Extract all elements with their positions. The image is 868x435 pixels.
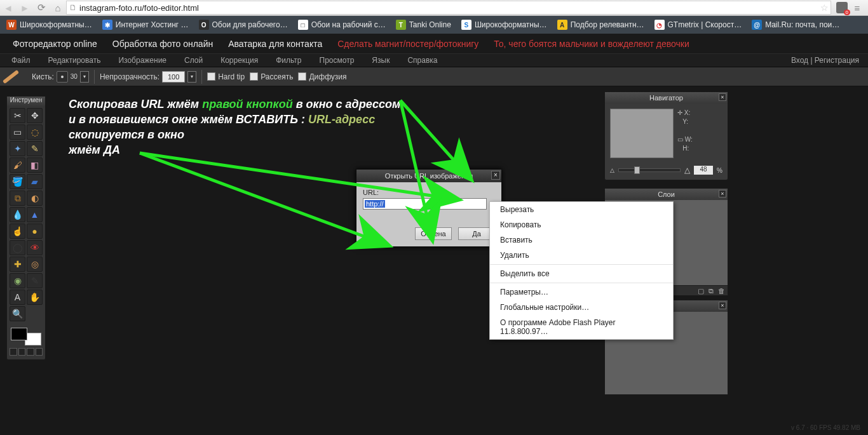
new-layer-icon[interactable]: ▢ xyxy=(697,287,705,295)
cancel-button[interactable]: Отмена xyxy=(415,227,452,240)
context-item[interactable]: Параметры… xyxy=(490,284,673,300)
redeye-icon[interactable]: 👁 xyxy=(27,240,43,255)
gradient-icon[interactable]: ▰ xyxy=(27,174,43,189)
context-item[interactable]: О программе Adobe Flash Player 11.8.800.… xyxy=(490,315,673,339)
navigator-thumb[interactable] xyxy=(610,109,674,158)
forward-icon[interactable]: ► xyxy=(19,2,31,13)
sharpen-icon[interactable]: ▲ xyxy=(27,207,43,222)
site-nav-item[interactable]: Фоторедактор online xyxy=(5,39,105,49)
hand-icon[interactable]: ✋ xyxy=(27,290,43,305)
browser-toolbar: ◄ ► ⟳ ⌂ 🗋 instagram-foto.ru/foto-editor.… xyxy=(0,0,868,16)
bucket-icon[interactable]: 🪣 xyxy=(10,174,25,189)
bloat-icon[interactable]: ◎ xyxy=(27,257,43,272)
reload-icon[interactable]: ⟳ xyxy=(36,2,47,13)
extension-icon[interactable]: 0 xyxy=(836,2,848,13)
pencil-icon[interactable]: ✎ xyxy=(27,141,43,156)
context-item[interactable]: Глобальные настройки… xyxy=(490,300,673,315)
pinch-icon[interactable]: ◉ xyxy=(10,273,25,288)
close-icon[interactable]: × xyxy=(491,171,500,180)
context-item[interactable]: Копировать xyxy=(490,217,673,232)
crop-icon[interactable]: ✂ xyxy=(10,108,25,123)
mini-4[interactable] xyxy=(36,348,43,356)
menu-item[interactable]: Изображение xyxy=(109,56,175,65)
wand-icon[interactable]: ✦ xyxy=(10,141,25,156)
menu-item[interactable]: Справка xyxy=(398,56,446,65)
work-area: Инструмен ✂✥▭◌✦✎🖌◧🪣▰⧉◐💧▲☝●◯👁✚◎◉✎A✋🔍 Нави… xyxy=(0,86,868,435)
move-icon[interactable]: ✥ xyxy=(27,108,43,123)
menu-item[interactable]: Просмотр xyxy=(311,56,363,65)
mini-1[interactable] xyxy=(10,348,17,356)
bookmark-star-icon[interactable]: ☆ xyxy=(818,3,831,13)
home-icon[interactable]: ⌂ xyxy=(52,2,64,13)
bookmark-item[interactable]: SШирокоформатны… xyxy=(458,18,551,31)
close-icon[interactable]: × xyxy=(719,190,726,197)
site-nav-item[interactable]: То, чего боятся мальчики и вожделеют дев… xyxy=(486,39,696,49)
bookmark-item[interactable]: □Обои на рабочий с… xyxy=(294,18,390,31)
bookmark-item[interactable]: ООбои для рабочего… xyxy=(195,18,292,31)
opacity-input[interactable]: 100 xyxy=(162,71,185,83)
brush-icon[interactable]: 🖌 xyxy=(10,157,25,173)
favicon: S xyxy=(461,20,471,30)
auth-links[interactable]: Вход | Регистрация xyxy=(791,56,865,65)
status-info: v 6.7 · 60 FPS 49.82 MB xyxy=(791,424,860,431)
menu-item[interactable]: Фильтр xyxy=(267,56,310,65)
spot-icon[interactable]: ✚ xyxy=(10,257,25,272)
menu-item[interactable]: Язык xyxy=(363,56,398,65)
site-nav-item[interactable]: Аватарка для контакта xyxy=(220,39,330,49)
context-item[interactable]: Вставить xyxy=(490,232,673,248)
zoom-slider[interactable] xyxy=(618,168,681,172)
clone-icon[interactable]: ⧉ xyxy=(10,191,25,206)
mini-2[interactable] xyxy=(18,348,26,356)
site-nav-item[interactable]: Обработка фото онлайн xyxy=(105,39,220,49)
bookmark-item[interactable]: ◔GTmetrix | Скорост… xyxy=(651,18,746,31)
context-item[interactable]: Выделить все xyxy=(490,266,673,281)
lasso-icon[interactable]: ◌ xyxy=(27,124,43,140)
smudge-icon[interactable]: ☝ xyxy=(10,224,25,239)
blur-icon[interactable]: 💧 xyxy=(10,207,25,222)
opacity-dropdown-icon[interactable]: ▾ xyxy=(187,71,196,83)
copy-layer-icon[interactable]: ⧉ xyxy=(707,287,715,295)
zoom-value[interactable]: 48 xyxy=(694,166,713,175)
menu-item[interactable]: Слой xyxy=(175,56,212,65)
address-bar[interactable]: 🗋 instagram-foto.ru/foto-editor.html ☆ xyxy=(66,1,831,15)
dodge-icon[interactable]: ◯ xyxy=(10,240,25,255)
open-url-dialog: Открыть URL изображения× URL: http:// От… xyxy=(356,169,502,247)
color-swatches[interactable] xyxy=(10,328,43,345)
zoom-icon[interactable]: 🔍 xyxy=(10,306,25,321)
bookmarks-bar: WШирокоформатны…✱Интернет Хостинг …ООбои… xyxy=(0,16,868,34)
url-input[interactable]: http:// xyxy=(363,198,487,210)
delete-layer-icon[interactable]: 🗑 xyxy=(717,287,725,295)
svg-line-0 xyxy=(5,72,17,81)
sponge-icon[interactable]: ● xyxy=(27,224,43,239)
navigator-info: ✛ X: Y: ▭ W: H: xyxy=(677,109,693,158)
back-icon[interactable]: ◄ xyxy=(3,2,14,13)
context-item[interactable]: Удалить xyxy=(490,248,673,263)
bookmark-item[interactable]: TTanki Online xyxy=(392,18,455,31)
menu-icon[interactable]: ≡ xyxy=(851,2,863,13)
fg-color[interactable] xyxy=(11,328,27,340)
navigator-panel: Навигатор× ✛ X: Y: ▭ W: H: △ △ 48 % xyxy=(604,91,728,180)
mini-3[interactable] xyxy=(27,348,34,356)
bookmark-item[interactable]: АПодбор релевантн… xyxy=(553,18,648,31)
bookmark-item[interactable]: @Mail.Ru: почта, пои… xyxy=(748,18,843,31)
close-icon[interactable]: × xyxy=(719,93,726,101)
scatter-checkbox[interactable]: Рассеять xyxy=(250,72,293,81)
favicon: T xyxy=(396,20,406,30)
brush-dropdown-icon[interactable]: ▾ xyxy=(80,71,89,83)
type-icon[interactable]: A xyxy=(10,290,25,305)
bookmark-item[interactable]: WШирокоформатны… xyxy=(3,18,96,31)
menu-item[interactable]: Файл xyxy=(3,56,39,65)
brush-preview[interactable] xyxy=(57,71,68,83)
diffuse-checkbox[interactable]: Диффузия xyxy=(298,72,346,81)
replace-icon[interactable]: ◐ xyxy=(27,191,43,206)
bookmark-item[interactable]: ✱Интернет Хостинг … xyxy=(98,18,193,31)
menu-item[interactable]: Редактировать xyxy=(39,56,110,65)
context-item[interactable]: Вырезать xyxy=(490,202,673,217)
picker-icon[interactable]: ✎ xyxy=(27,273,43,288)
site-nav-item[interactable]: Сделать магнит/постер/фотокнигу xyxy=(330,39,486,49)
menu-item[interactable]: Коррекция xyxy=(212,56,267,65)
eraser-icon[interactable]: ◧ xyxy=(27,157,43,173)
marquee-icon[interactable]: ▭ xyxy=(10,124,25,140)
close-icon[interactable]: × xyxy=(719,302,726,309)
hardtip-checkbox[interactable]: Hard tip xyxy=(207,72,245,81)
